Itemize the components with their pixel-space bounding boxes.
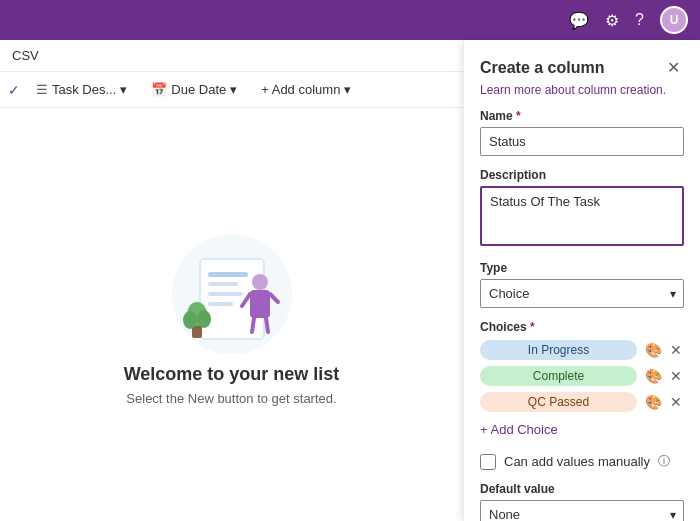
choice-delete-icon-3[interactable]: ✕: [668, 392, 684, 412]
svg-rect-4: [208, 292, 243, 296]
choices-required: *: [530, 320, 535, 334]
description-input[interactable]: [480, 186, 684, 246]
add-choice-label: + Add Choice: [480, 422, 558, 437]
svg-rect-5: [208, 302, 233, 306]
panel-header: Create a column ✕: [464, 40, 700, 83]
svg-point-15: [197, 310, 211, 328]
name-label: Name *: [480, 109, 684, 123]
choice-item-3: QC Passed 🎨 ✕: [480, 392, 684, 412]
welcome-title: Welcome to your new list: [124, 364, 340, 385]
csv-label: CSV: [12, 48, 39, 63]
duedate-col-chevron: ▾: [230, 82, 237, 97]
can-add-manually-label: Can add values manually: [504, 454, 650, 469]
top-bar: 💬 ⚙ ? U: [0, 0, 700, 40]
help-icon[interactable]: ?: [635, 11, 644, 29]
choices-field-group: Choices * In Progress 🎨 ✕ Complete 🎨 ✕: [480, 320, 684, 441]
close-button[interactable]: ✕: [663, 56, 684, 79]
choice-delete-icon-1[interactable]: ✕: [668, 340, 684, 360]
choice-tag-complete[interactable]: Complete: [480, 366, 637, 386]
choice-tag-inprogress[interactable]: In Progress: [480, 340, 637, 360]
choice-tag-qcpassed[interactable]: QC Passed: [480, 392, 637, 412]
default-value-field-group: Default value None In Progress Complete …: [480, 482, 684, 521]
panel-body: Name * Description Type Choice Text Numb…: [464, 109, 700, 521]
task-column-header[interactable]: ☰ Task Des... ▾: [28, 78, 135, 101]
add-column-label: + Add column: [261, 82, 340, 97]
task-col-label: Task Des...: [52, 82, 116, 97]
choices-label: Choices *: [480, 320, 684, 334]
add-column-button[interactable]: + Add column ▾: [253, 78, 359, 101]
svg-line-11: [266, 318, 268, 332]
task-col-icon: ☰: [36, 82, 48, 97]
avatar[interactable]: U: [660, 6, 688, 34]
add-column-chevron: ▾: [344, 82, 351, 97]
svg-rect-3: [208, 282, 238, 286]
choice-item-1: In Progress 🎨 ✕: [480, 340, 684, 360]
description-label: Description: [480, 168, 684, 182]
default-value-select-wrapper: None In Progress Complete QC Passed ▾: [480, 500, 684, 521]
type-label: Type: [480, 261, 684, 275]
choice-color-icon-3[interactable]: 🎨: [643, 392, 664, 412]
duedate-col-icon: 📅: [151, 82, 167, 97]
duedate-column-header[interactable]: 📅 Due Date ▾: [143, 78, 245, 101]
check-icon: ✓: [8, 82, 20, 98]
can-add-info-icon[interactable]: ⓘ: [658, 453, 670, 470]
type-select[interactable]: Choice Text Number Date Yes/No: [480, 279, 684, 308]
learn-more-link[interactable]: Learn more about column creation.: [464, 83, 700, 109]
choice-color-icon-1[interactable]: 🎨: [643, 340, 664, 360]
add-choice-button[interactable]: + Add Choice: [480, 418, 558, 441]
settings-icon[interactable]: ⚙: [605, 11, 619, 30]
choice-color-icon-2[interactable]: 🎨: [643, 366, 664, 386]
type-field-group: Type Choice Text Number Date Yes/No ▾: [480, 261, 684, 308]
name-required: *: [516, 109, 521, 123]
default-value-label: Default value: [480, 482, 684, 496]
default-value-select[interactable]: None In Progress Complete QC Passed: [480, 500, 684, 521]
left-panel: CSV ✓ ☰ Task Des... ▾ 📅 Due Date ▾ + Add…: [0, 40, 463, 521]
svg-line-10: [252, 318, 254, 332]
task-col-chevron: ▾: [120, 82, 127, 97]
svg-rect-2: [208, 272, 248, 277]
name-input[interactable]: [480, 127, 684, 156]
welcome-illustration: [162, 224, 302, 364]
column-headers: ✓ ☰ Task Des... ▾ 📅 Due Date ▾ + Add col…: [0, 72, 463, 108]
can-add-manually-checkbox[interactable]: [480, 454, 496, 470]
duedate-col-label: Due Date: [171, 82, 226, 97]
csv-bar: CSV: [0, 40, 463, 72]
type-select-wrapper: Choice Text Number Date Yes/No ▾: [480, 279, 684, 308]
svg-point-14: [183, 311, 197, 329]
name-field-group: Name *: [480, 109, 684, 156]
main-area: CSV ✓ ☰ Task Des... ▾ 📅 Due Date ▾ + Add…: [0, 40, 700, 521]
svg-point-6: [252, 274, 268, 290]
can-add-manually-row: Can add values manually ⓘ: [480, 453, 684, 470]
choice-actions-1: 🎨 ✕: [643, 340, 684, 360]
choice-delete-icon-2[interactable]: ✕: [668, 366, 684, 386]
choice-actions-3: 🎨 ✕: [643, 392, 684, 412]
welcome-subtitle: Select the New button to get started.: [126, 391, 336, 406]
welcome-area: Welcome to your new list Select the New …: [0, 108, 463, 521]
create-column-panel: Create a column ✕ Learn more about colum…: [463, 40, 700, 521]
choice-actions-2: 🎨 ✕: [643, 366, 684, 386]
description-field-group: Description: [480, 168, 684, 249]
panel-title: Create a column: [480, 59, 604, 77]
svg-rect-7: [250, 290, 270, 318]
chat-icon[interactable]: 💬: [569, 11, 589, 30]
choice-item-2: Complete 🎨 ✕: [480, 366, 684, 386]
